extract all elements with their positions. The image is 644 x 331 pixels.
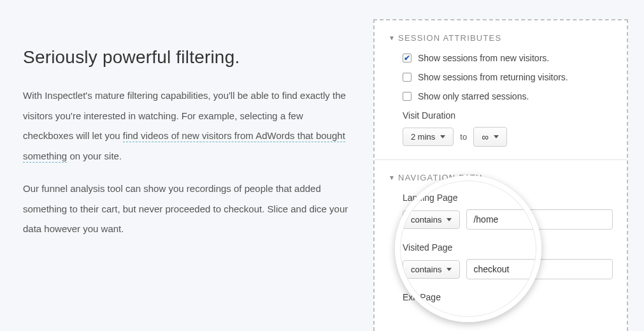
checkbox-new-visitors[interactable] [403, 54, 411, 63]
section-session-body: Show sessions from new visitors. Show se… [389, 53, 613, 147]
filter-starred-row[interactable]: Show only starred sessions. [403, 91, 613, 101]
chevron-down-icon [440, 135, 445, 138]
visited-page-input[interactable] [466, 259, 613, 279]
label-new-visitors: Show sessions from new visitors. [418, 53, 549, 63]
landing-op-dropdown[interactable]: contains [403, 210, 460, 229]
section-nav-body: Landing Page contains Visited Page conta… [389, 193, 613, 302]
collapse-triangle-icon: ▼ [389, 174, 396, 181]
duration-min-dropdown[interactable]: 2 mins [403, 128, 454, 146]
p1-suffix: on your site. [67, 151, 122, 161]
exit-page-label: Exit Page [403, 292, 613, 302]
chevron-down-icon [447, 268, 452, 271]
marketing-copy: Seriously powerful filtering. With Inspe… [23, 19, 354, 331]
chevron-down-icon [494, 135, 499, 138]
label-returning-visitors: Show sessions from returning visitors. [418, 72, 568, 82]
checkbox-returning-visitors[interactable] [403, 73, 411, 82]
section-session-attributes-header[interactable]: ▼ SESSION ATTRIBUTES [389, 33, 613, 43]
filter-returning-visitors-row[interactable]: Show sessions from returning visitors. [403, 72, 613, 82]
visited-page-label: Visited Page [403, 242, 613, 253]
duration-to-text: to [460, 132, 467, 142]
visited-op-dropdown[interactable]: contains [403, 260, 460, 279]
duration-max-value: ∞ [482, 131, 489, 142]
landing-op-value: contains [411, 215, 441, 224]
landing-page-input[interactable] [466, 209, 613, 230]
page-title: Seriously powerful filtering. [23, 47, 354, 68]
visit-duration-row: 2 mins to ∞ [403, 127, 613, 147]
visit-duration-label: Visit Duration [403, 110, 613, 121]
description-p1: With Inspectlet's mature filtering capab… [23, 85, 354, 166]
filter-new-visitors-row[interactable]: Show sessions from new visitors. [403, 53, 613, 63]
checkbox-starred[interactable] [403, 92, 411, 101]
duration-min-value: 2 mins [411, 132, 435, 142]
visited-op-value: contains [411, 265, 441, 274]
landing-page-label: Landing Page [403, 193, 613, 203]
collapse-triangle-icon: ▼ [389, 34, 396, 41]
duration-max-dropdown[interactable]: ∞ [473, 127, 507, 147]
filters-panel: ▼ SESSION ATTRIBUTES Show sessions from … [373, 19, 628, 331]
section-navigation-path-header[interactable]: ▼ NAVIGATION PATH [389, 173, 613, 182]
description-p2: Our funnel analysis tool can show you re… [23, 179, 354, 239]
section-session-title: SESSION ATTRIBUTES [398, 33, 501, 43]
landing-page-row: contains [403, 209, 613, 230]
section-divider [375, 159, 627, 160]
label-starred: Show only starred sessions. [418, 91, 529, 101]
chevron-down-icon [447, 218, 452, 221]
visited-page-row: contains [403, 259, 613, 279]
section-nav-title: NAVIGATION PATH [398, 173, 483, 182]
